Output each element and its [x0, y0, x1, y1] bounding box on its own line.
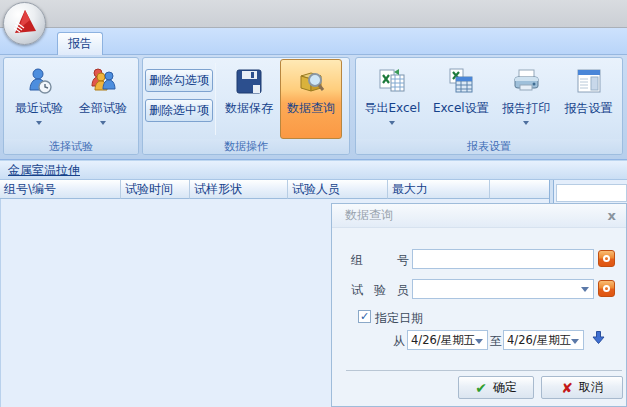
check-icon: ✔ — [475, 380, 487, 396]
group-number-search-button[interactable] — [598, 250, 615, 267]
report-print-label: 报告打印 — [502, 100, 550, 117]
data-query-dialog: 数据查询 x 组 号 试 验 员 ✓ 指定日期 从 4/26/星期五 至 4/2… — [331, 203, 627, 407]
to-date-picker[interactable]: 4/26/星期五 — [503, 330, 584, 350]
report-print-button[interactable]: 报告打印 — [495, 59, 557, 139]
data-query-button[interactable]: 数据查询 — [280, 59, 342, 139]
report-settings-button[interactable]: 报告设置 — [558, 59, 620, 139]
tester-dropdown-arrow-icon[interactable] — [581, 287, 589, 292]
column-header-test-time[interactable]: 试验时间 — [121, 180, 190, 199]
group-separator — [215, 63, 216, 135]
all-test-dropdown-arrow-icon[interactable] — [100, 121, 106, 125]
data-save-button[interactable]: 数据保存 — [218, 59, 280, 139]
report-print-dropdown-arrow-icon[interactable] — [523, 121, 529, 125]
to-date-dropdown-arrow-icon[interactable] — [571, 339, 579, 344]
floppy-disk-icon — [233, 65, 265, 97]
from-date-picker[interactable]: 4/26/星期五 — [407, 330, 488, 350]
from-label: 从 — [393, 333, 405, 350]
export-excel-button[interactable]: 导出Excel — [358, 59, 426, 139]
report-settings-label: 报告设置 — [565, 100, 613, 117]
grid-panel-title: 金属室温拉伸 — [0, 160, 627, 180]
ribbon-group-select-test: 最近试验 全部试验 — [3, 57, 139, 155]
from-date-dropdown-arrow-icon[interactable] — [475, 339, 483, 344]
to-label: 至 — [490, 333, 502, 350]
delete-selected-button[interactable]: 删除选中项 — [145, 99, 213, 122]
export-excel-label: 导出Excel — [364, 100, 420, 117]
ribbon-tab-bar: 报告 — [0, 28, 627, 55]
x-icon: ✘ — [561, 380, 573, 396]
printer-icon — [510, 65, 542, 97]
export-excel-dropdown-arrow-icon[interactable] — [389, 121, 395, 125]
ok-button[interactable]: ✔ 确定 — [458, 376, 534, 399]
excel-export-icon — [376, 65, 408, 97]
group-number-input[interactable] — [412, 249, 594, 269]
application-menu-orb[interactable] — [3, 2, 46, 45]
people-group-icon — [87, 65, 119, 97]
excel-settings-label: Excel设置 — [433, 100, 489, 117]
app-logo-icon — [10, 7, 40, 40]
dialog-separator — [346, 370, 622, 371]
circle-ring-icon — [603, 255, 610, 262]
specify-date-checkbox[interactable]: ✓ — [358, 310, 371, 323]
delete-button-column: 删除勾选项 删除选中项 — [145, 59, 213, 122]
data-query-label: 数据查询 — [287, 100, 335, 117]
dialog-close-icon[interactable]: x — [608, 208, 616, 223]
right-panel-header — [556, 184, 627, 202]
excel-settings-icon — [445, 65, 477, 97]
column-header-filler — [490, 180, 549, 199]
box-magnifier-icon — [295, 65, 327, 97]
dialog-title: 数据查询 — [332, 204, 626, 228]
ribbon-group-report-settings: 导出Excel Excel设置 — [355, 57, 623, 155]
column-header-max-force[interactable]: 最大力 — [388, 180, 490, 199]
tester-label: 试 验 员 — [351, 282, 409, 299]
grid-header-row: 组号\编号 试验时间 试样形状 试验人员 最大力 — [0, 180, 549, 199]
person-clock-icon — [23, 65, 55, 97]
excel-settings-button[interactable]: Excel设置 — [427, 59, 495, 139]
ribbon-group-data-operations: 删除勾选项 删除选中项 数据保存 — [142, 57, 350, 155]
all-test-button[interactable]: 全部试验 — [72, 59, 134, 139]
column-header-group-number[interactable]: 组号\编号 — [0, 180, 121, 199]
tester-combobox[interactable] — [412, 279, 594, 299]
cancel-button-label: 取消 — [579, 379, 603, 396]
ribbon: 最近试验 全部试验 — [0, 55, 627, 160]
apply-date-down-arrow-icon[interactable] — [591, 330, 606, 348]
circle-ring-icon — [603, 285, 610, 292]
column-header-test-personnel[interactable]: 试验人员 — [288, 180, 388, 199]
cancel-button[interactable]: ✘ 取消 — [541, 376, 623, 399]
from-date-value: 4/26/星期五 — [411, 333, 475, 347]
window-titlebar — [0, 0, 627, 28]
specify-date-label: 指定日期 — [375, 310, 423, 327]
tab-report[interactable]: 报告 — [57, 32, 103, 55]
all-test-label: 全部试验 — [79, 100, 127, 117]
group-number-label: 组 号 — [351, 252, 409, 269]
recent-test-dropdown-arrow-icon[interactable] — [36, 121, 42, 125]
report-window-icon — [573, 65, 605, 97]
recent-test-label: 最近试验 — [15, 100, 63, 117]
column-header-sample-shape[interactable]: 试样形状 — [190, 180, 288, 199]
recent-test-button[interactable]: 最近试验 — [8, 59, 70, 139]
group-label-report-settings: 报表设置 — [356, 139, 622, 155]
ok-button-label: 确定 — [493, 379, 517, 396]
to-date-value: 4/26/星期五 — [507, 333, 571, 347]
application-window: 报告 最近试验 — [0, 0, 627, 407]
group-label-data-operations: 数据操作 — [143, 139, 349, 155]
delete-checked-button[interactable]: 删除勾选项 — [145, 69, 213, 92]
tester-search-button[interactable] — [598, 280, 615, 297]
data-save-label: 数据保存 — [225, 100, 273, 117]
group-label-select-test: 选择试验 — [4, 139, 138, 155]
